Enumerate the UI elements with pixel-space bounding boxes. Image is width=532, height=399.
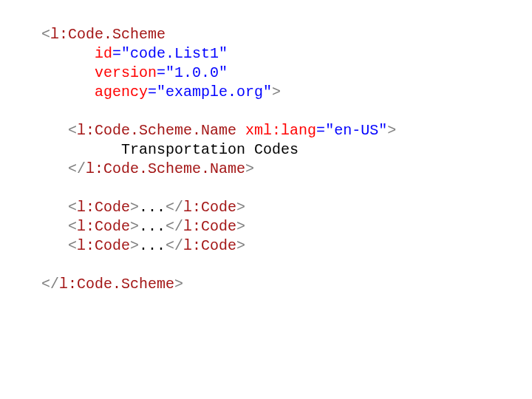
code-line: <l:Code.Scheme.Name xml:lang="en-US"> (41, 121, 532, 140)
token-attr: id (95, 45, 112, 62)
code-line: <l:Code>...</l:Code> (41, 198, 532, 217)
token-attr: xml:lang (245, 122, 316, 139)
token-elem: l:Code (77, 218, 130, 235)
code-line (41, 179, 532, 198)
token-attr: version (95, 64, 157, 81)
token-elem: l:Code (183, 237, 236, 254)
code-line: </l:Code.Scheme> (41, 275, 532, 294)
code-line (41, 256, 532, 275)
token-text: ... (139, 218, 166, 235)
token-bracket: > (174, 276, 183, 293)
token-equals: = (148, 83, 157, 100)
token-text: ... (139, 199, 166, 216)
token-bracket: </ (166, 218, 183, 235)
token-text (41, 83, 95, 100)
code-line: version="1.0.0" (41, 64, 532, 83)
code-line: </l:Code.Scheme.Name> (41, 160, 532, 179)
token-equals: = (157, 64, 166, 81)
token-text (41, 45, 95, 62)
token-text: ... (139, 237, 166, 254)
token-equals: = (316, 122, 325, 139)
code-line: <l:Code>...</l:Code> (41, 217, 532, 236)
token-text (41, 64, 95, 81)
code-line: id="code.List1" (41, 44, 532, 64)
token-text: Transportation Codes (41, 141, 299, 158)
token-elem: l:Code.Scheme.Name (86, 160, 245, 177)
token-elem: l:Code.Scheme (50, 26, 166, 43)
token-bracket: < (68, 218, 77, 235)
token-bracket: < (68, 199, 77, 216)
token-value: "1.0.0" (166, 64, 228, 81)
token-elem: l:Code (183, 199, 236, 216)
token-text (41, 218, 68, 235)
code-line: Transportation Codes (41, 140, 532, 160)
token-bracket: </ (41, 276, 59, 293)
token-bracket: > (236, 199, 245, 216)
token-bracket: < (68, 237, 77, 254)
token-bracket: > (130, 199, 139, 216)
token-elem: l:Code.Scheme.Name (77, 122, 236, 139)
token-elem: l:Code (77, 237, 130, 254)
token-bracket: > (236, 237, 245, 254)
code-snippet: <l:Code.Scheme id="code.List1" version="… (0, 0, 532, 294)
code-line: <l:Code.Scheme (41, 25, 532, 44)
token-text (41, 122, 68, 139)
token-text (41, 199, 68, 216)
token-text (41, 160, 68, 177)
token-text (236, 122, 245, 139)
code-line: agency="example.org"> (41, 83, 532, 102)
code-line: <l:Code>...</l:Code> (41, 236, 532, 256)
token-bracket: > (130, 237, 139, 254)
token-bracket: > (236, 218, 245, 235)
token-attr: agency (95, 83, 148, 100)
token-elem: l:Code (183, 218, 236, 235)
token-bracket: > (130, 218, 139, 235)
token-text (41, 237, 68, 254)
token-bracket: > (272, 83, 281, 100)
token-elem: l:Code.Scheme (59, 276, 174, 293)
token-value: "en-US" (325, 122, 387, 139)
token-bracket: </ (166, 199, 183, 216)
token-bracket: > (245, 160, 254, 177)
token-value: "example.org" (157, 83, 272, 100)
token-bracket: > (387, 122, 396, 139)
token-bracket: </ (166, 237, 183, 254)
code-line (41, 102, 532, 121)
token-elem: l:Code (77, 199, 130, 216)
token-bracket: < (41, 26, 50, 43)
token-value: "code.List1" (121, 45, 228, 62)
token-bracket: < (68, 122, 77, 139)
token-equals: = (112, 45, 121, 62)
token-bracket: </ (68, 160, 86, 177)
